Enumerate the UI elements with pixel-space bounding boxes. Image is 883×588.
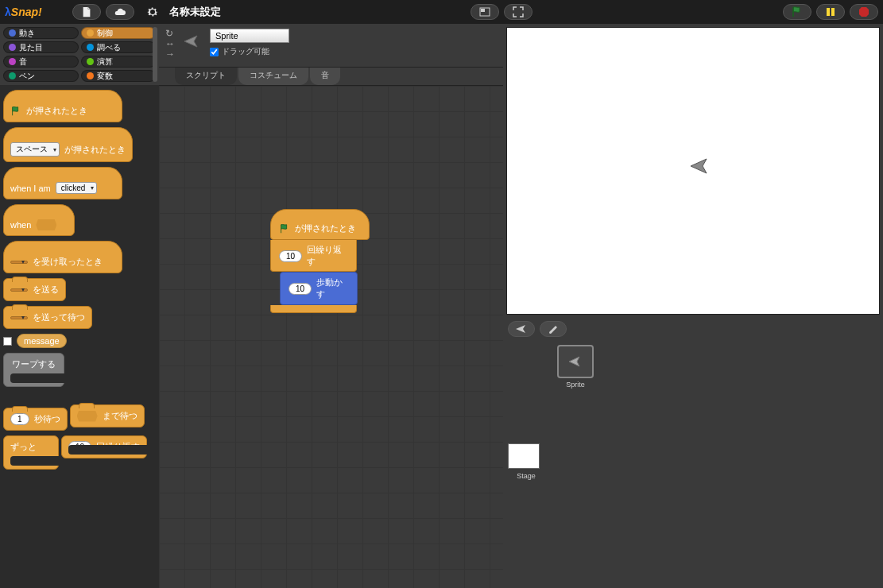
cloud-button[interactable] — [106, 4, 134, 20]
category-selector: 動き 制御 見た目 調べる 音 演算 ペン 変数 — [0, 24, 159, 85]
block-when-i-am[interactable]: when I am clicked — [3, 167, 122, 199]
category-sound[interactable]: 音 — [3, 56, 79, 68]
broadcast-wait-dropdown[interactable] — [10, 316, 28, 319]
green-flag-button[interactable] — [783, 4, 811, 20]
message-reporter[interactable]: message — [17, 334, 67, 348]
project-name[interactable]: 名称未設定 — [169, 5, 221, 19]
settings-icon[interactable] — [145, 5, 160, 19]
svg-rect-3 — [827, 8, 830, 16]
category-looks[interactable]: 見た目 — [3, 41, 79, 53]
broadcast-dropdown[interactable] — [10, 288, 28, 292]
tabs: スクリプト コスチューム 音 — [159, 68, 503, 85]
action-dropdown[interactable]: clicked — [56, 182, 98, 194]
rotation-flip-icon[interactable]: ↔ — [165, 39, 175, 48]
green-flag-icon — [10, 105, 21, 116]
corral-bar — [503, 318, 883, 340]
block-repeat[interactable]: 10 回繰り返す — [61, 435, 147, 458]
message-watcher-row[interactable]: message — [3, 334, 156, 348]
stage-thumbnail[interactable]: Stage — [508, 443, 544, 480]
block-when-receive[interactable]: を受け取ったとき — [3, 241, 122, 273]
message-checkbox[interactable] — [3, 337, 12, 346]
sprite-bar: ↻ ↔ → ドラッグ可能 — [159, 24, 503, 68]
block-warp[interactable]: ワープする — [3, 353, 64, 387]
draggable-checkbox[interactable] — [210, 48, 219, 56]
right-panel: Sprite Stage — [503, 24, 883, 588]
move-value-input[interactable]: 10 — [289, 283, 312, 295]
wait-until-input[interactable] — [77, 411, 98, 422]
svg-rect-4 — [831, 8, 835, 16]
sprite-direction-icon[interactable] — [183, 33, 202, 51]
stage[interactable] — [506, 27, 880, 315]
svg-marker-5 — [859, 7, 869, 17]
pause-button[interactable] — [816, 4, 845, 20]
fullscreen-button[interactable] — [504, 4, 533, 20]
rotation-360-icon[interactable]: ↻ — [165, 29, 175, 38]
sprite-name-input[interactable] — [210, 29, 289, 43]
block-when-condition[interactable]: when — [3, 204, 75, 236]
message-dropdown[interactable] — [10, 261, 28, 264]
palette-panel: 動き 制御 見た目 調べる 音 演算 ペン 変数 が押されたとき スペース が押… — [0, 24, 159, 588]
block-wait[interactable]: 1 秒待つ — [3, 408, 68, 431]
stage-sprite-arrow[interactable] — [689, 157, 711, 177]
block-wait-until[interactable]: まで待つ — [70, 404, 145, 427]
script-repeat[interactable]: 10 回繰り返す — [270, 240, 357, 272]
green-flag-icon — [279, 222, 290, 234]
repeat-count-input[interactable]: 10 — [68, 441, 91, 453]
block-when-key-pressed[interactable]: スペース が押されたとき — [3, 127, 133, 162]
tab-sounds[interactable]: 音 — [310, 68, 340, 85]
palette-blocks: が押されたとき スペース が押されたとき when I am clicked w… — [0, 85, 159, 588]
category-scrollbar[interactable] — [153, 27, 157, 82]
script-when-flag[interactable]: が押されたとき — [270, 209, 370, 240]
hex-input[interactable] — [36, 219, 56, 230]
scripting-area: ↻ ↔ → ドラッグ可能 スクリプト コスチューム 音 — [159, 24, 503, 588]
paint-sprite-button[interactable] — [540, 321, 567, 337]
stop-button[interactable] — [850, 4, 878, 20]
script-repeat-bottom[interactable] — [270, 305, 357, 313]
category-pen[interactable]: ペン — [3, 70, 79, 82]
rotation-none-icon[interactable]: → — [165, 49, 175, 59]
category-motion[interactable]: 動き — [3, 27, 79, 39]
category-operators[interactable]: 演算 — [81, 56, 157, 68]
block-broadcast-wait[interactable]: を送って待つ — [3, 306, 92, 329]
logo[interactable]: λSnap! — [5, 6, 52, 18]
block-when-flag-clicked[interactable]: が押されたとき — [3, 90, 122, 122]
svg-rect-1 — [481, 9, 485, 12]
category-sensing[interactable]: 調べる — [81, 41, 157, 53]
block-forever[interactable]: ずっと — [3, 435, 59, 470]
tab-scripts[interactable]: スクリプト — [175, 68, 237, 85]
category-variables[interactable]: 変数 — [81, 70, 157, 82]
file-button[interactable] — [72, 4, 101, 20]
small-stage-button[interactable] — [471, 4, 499, 20]
scripts-canvas[interactable]: が押されたとき 10 回繰り返す 10 歩動かす — [159, 85, 503, 588]
script-move[interactable]: 10 歩動かす — [280, 272, 358, 305]
tab-costumes[interactable]: コスチューム — [238, 68, 308, 85]
category-control[interactable]: 制御 — [81, 27, 157, 39]
sprite-corral: Sprite Stage — [503, 340, 883, 588]
key-dropdown[interactable]: スペース — [10, 142, 60, 157]
rotation-style-buttons: ↻ ↔ → — [165, 29, 175, 59]
repeat-value-input[interactable]: 10 — [279, 250, 302, 262]
toolbar: λSnap! 名称未設定 — [0, 0, 883, 24]
draggable-checkbox-row[interactable]: ドラッグ可能 — [210, 46, 289, 57]
new-sprite-arrow-button[interactable] — [508, 321, 535, 337]
sprite-thumbnail[interactable]: Sprite — [557, 345, 594, 389]
script-stack[interactable]: が押されたとき 10 回繰り返す 10 歩動かす — [270, 209, 370, 313]
block-broadcast[interactable]: を送る — [3, 278, 66, 301]
wait-secs-input[interactable]: 1 — [10, 413, 29, 425]
